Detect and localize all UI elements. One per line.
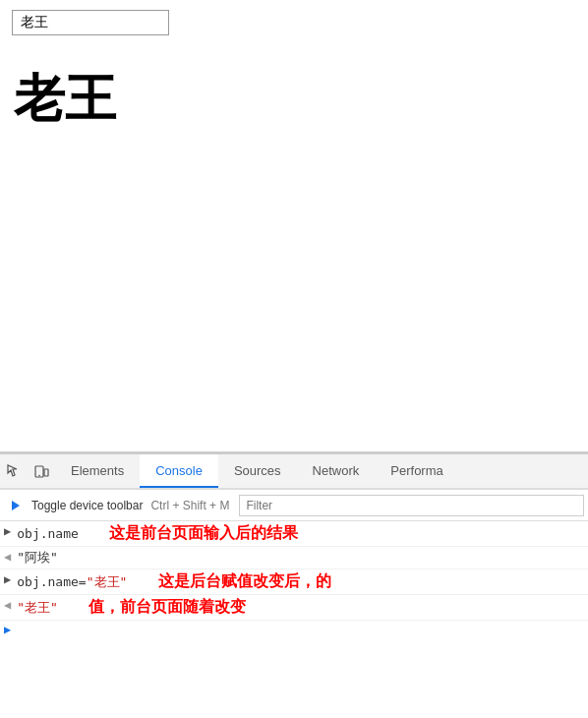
- tab-elements[interactable]: Elements: [55, 454, 140, 488]
- annotation-1: 这是前台页面输入后的结果: [109, 524, 298, 541]
- console-value-2: "阿埃": [17, 549, 584, 567]
- run-console-button[interactable]: [4, 494, 28, 517]
- tab-sources[interactable]: Sources: [218, 454, 297, 488]
- console-value-4: "老王" 值，前台页面随着改变: [17, 597, 584, 618]
- device-toolbar-button[interactable]: [28, 457, 55, 485]
- svg-rect-1: [44, 469, 48, 476]
- console-text-3: obj.name="老王" 这是后台赋值改变后，的: [17, 571, 584, 592]
- console-string-4: "老王": [17, 600, 58, 615]
- expand-arrow-3[interactable]: ▶: [4, 571, 11, 586]
- tab-performance[interactable]: Performa: [375, 454, 458, 488]
- console-output: ▶ obj.name 这是前台页面输入后的结果 ◀ "阿埃" ▶ obj.nam…: [0, 521, 588, 718]
- expand-arrow-1[interactable]: ▶: [4, 523, 11, 538]
- annotation-4: 值，前台页面随着改变: [88, 598, 246, 615]
- devtools-panel: Elements Console Sources Network Perform…: [0, 452, 588, 718]
- console-cursor-line: ▶: [0, 621, 588, 638]
- name-input[interactable]: [12, 10, 169, 35]
- svg-marker-3: [12, 501, 20, 510]
- play-icon: [10, 500, 22, 511]
- console-line-3: ▶ obj.name="老王" 这是后台赋值改变后，的: [0, 569, 588, 595]
- console-cursor-arrow: ▶: [4, 623, 11, 636]
- input-area: [0, 0, 588, 45]
- obj-name-label-1: obj.name: [17, 526, 79, 541]
- return-arrow-4: ◀: [4, 597, 11, 612]
- devtools-tab-bar: Elements Console Sources Network Perform…: [0, 454, 588, 490]
- obj-name-label-3: obj.name="老王": [17, 574, 127, 589]
- console-filter-input[interactable]: [239, 495, 584, 516]
- console-text-1: obj.name 这是前台页面输入后的结果: [17, 523, 584, 544]
- tab-network[interactable]: Network: [297, 454, 376, 488]
- display-heading: 老王: [0, 45, 588, 153]
- keyboard-shortcut-label: Ctrl + Shift + M: [150, 499, 229, 512]
- console-line-1: ▶ obj.name 这是前台页面输入后的结果: [0, 521, 588, 547]
- inspect-icon: [6, 463, 22, 479]
- annotation-3: 这是后台赋值改变后，的: [158, 572, 331, 589]
- console-line-4: ◀ "老王" 值，前台页面随着改变: [0, 595, 588, 621]
- inspect-element-button[interactable]: [0, 457, 28, 485]
- toggle-device-label: Toggle device toolbar: [31, 499, 143, 512]
- return-arrow-2: ◀: [4, 549, 11, 564]
- tab-console[interactable]: Console: [140, 454, 218, 488]
- device-icon: [33, 463, 49, 479]
- console-secondary-toolbar: Toggle device toolbar Ctrl + Shift + M: [0, 490, 588, 521]
- browser-page: 老王: [0, 0, 588, 452]
- svg-point-2: [38, 475, 40, 477]
- console-line-2: ◀ "阿埃": [0, 547, 588, 569]
